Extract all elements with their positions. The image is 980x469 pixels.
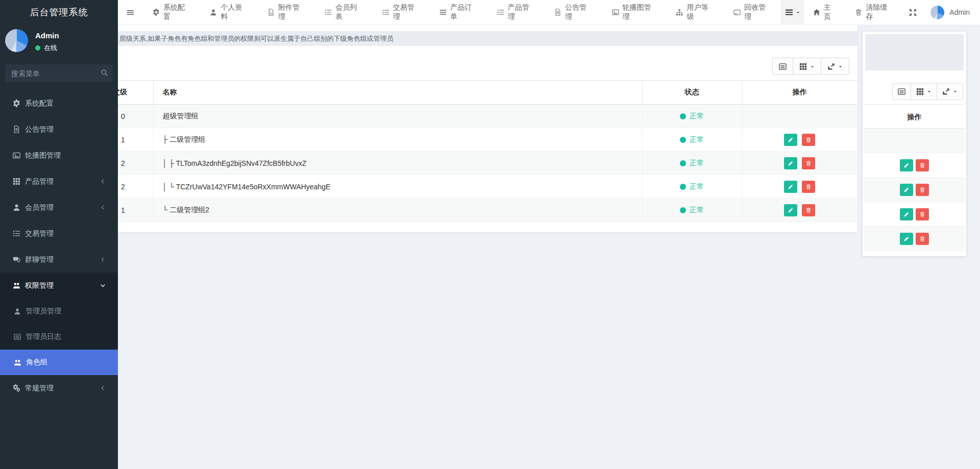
tab-profile[interactable]: 个人资料 bbox=[200, 0, 257, 25]
sidebar-item-permissions[interactable]: 权限管理 bbox=[0, 273, 118, 299]
tabs-dropdown-button[interactable] bbox=[781, 0, 804, 25]
column-header-parent[interactable]: 父级 bbox=[118, 81, 153, 105]
tab-carousel[interactable]: 轮播图管理 bbox=[602, 0, 667, 25]
column-header-ops[interactable]: 操作 bbox=[742, 81, 857, 105]
gear-icon bbox=[153, 9, 160, 16]
tab-transactions[interactable]: 交易管理 bbox=[373, 0, 430, 25]
delete-button[interactable] bbox=[916, 233, 929, 245]
card-icon bbox=[733, 9, 741, 16]
user-icon bbox=[13, 204, 20, 211]
status-badge: 正常 bbox=[680, 182, 704, 191]
pencil-icon bbox=[903, 236, 910, 242]
tab-user-levels[interactable]: 用户等级 bbox=[666, 0, 723, 25]
edit-button[interactable] bbox=[784, 181, 797, 193]
user-status: 在线 bbox=[44, 43, 57, 53]
tab-recycle[interactable]: 回收管理 bbox=[724, 0, 781, 25]
sidebar-item-group-chat[interactable]: 群聊管理 bbox=[0, 246, 118, 273]
edit-button[interactable] bbox=[900, 233, 913, 245]
fullscreen-button[interactable] bbox=[901, 0, 924, 25]
columns-button[interactable] bbox=[911, 83, 937, 100]
panel-row bbox=[864, 178, 965, 202]
file-text-icon bbox=[554, 9, 561, 16]
columns-button[interactable] bbox=[793, 58, 821, 75]
topbar-right: 主页 清除缓存 Admin bbox=[781, 0, 980, 25]
edit-button[interactable] bbox=[900, 184, 913, 196]
delete-button[interactable] bbox=[916, 184, 929, 196]
edit-button[interactable] bbox=[784, 157, 797, 169]
edit-button[interactable] bbox=[900, 208, 913, 220]
sidebar-item-transactions[interactable]: 交易管理 bbox=[0, 220, 118, 246]
expand-icon bbox=[909, 9, 917, 16]
top-navbar: 系统配置 个人资料 附件管理 会员列表 交易管理 产品订单 产品管理 公告管理 … bbox=[118, 0, 980, 25]
status-badge: 正常 bbox=[680, 112, 704, 121]
bars-icon bbox=[785, 8, 793, 16]
chevron-left-icon bbox=[100, 385, 106, 391]
delete-button[interactable] bbox=[916, 208, 929, 220]
caret-down-icon bbox=[927, 89, 932, 94]
status-dot-icon bbox=[680, 137, 686, 143]
sidebar-item-role-group[interactable]: 角色组 bbox=[0, 350, 118, 375]
home-link[interactable]: 主页 bbox=[804, 0, 846, 25]
columns-grid-icon bbox=[799, 63, 807, 70]
file-image-icon bbox=[267, 9, 275, 16]
sidebar-item-admin-log[interactable]: 管理员日志 bbox=[0, 324, 118, 350]
tab-products[interactable]: 产品管理 bbox=[487, 0, 545, 25]
clear-cache-button[interactable]: 清除缓存 bbox=[846, 0, 901, 25]
table-row: 2 │ └ TCZrUwVa142YFM14e5oRxXmmWWAHyeahgE… bbox=[118, 175, 857, 199]
sidebar-item-general[interactable]: 常规管理 bbox=[0, 375, 118, 401]
tab-system-config[interactable]: 系统配置 bbox=[143, 0, 200, 25]
username-label: Admin bbox=[949, 8, 970, 16]
user-icon bbox=[14, 308, 21, 315]
panel-ops-header: 操作 bbox=[864, 104, 965, 129]
pencil-icon bbox=[903, 162, 910, 168]
trash-icon bbox=[919, 162, 925, 168]
sidebar-item-carousel[interactable]: 轮播图管理 bbox=[0, 142, 118, 168]
toggle-view-button[interactable] bbox=[892, 83, 911, 100]
cogs-icon bbox=[13, 384, 20, 392]
trash-icon bbox=[805, 184, 812, 190]
toggle-view-button[interactable] bbox=[772, 58, 793, 75]
table-container: 父级 名称 状态 操作 0 超级管理组 正常 1 ├ 二级管理组 正常 bbox=[118, 80, 857, 232]
delete-button[interactable] bbox=[802, 181, 815, 193]
chevron-left-icon bbox=[100, 179, 106, 184]
export-button[interactable] bbox=[937, 83, 963, 100]
delete-button[interactable] bbox=[802, 204, 815, 216]
pencil-icon bbox=[788, 160, 794, 166]
sidebar-item-products[interactable]: 产品管理 bbox=[0, 168, 118, 194]
tab-product-orders[interactable]: 产品订单 bbox=[430, 0, 487, 25]
edit-button[interactable] bbox=[784, 134, 797, 146]
grid-icon bbox=[13, 178, 20, 185]
caret-down-icon bbox=[838, 64, 843, 69]
trash-icon bbox=[919, 211, 925, 217]
users-icon bbox=[13, 282, 20, 289]
caret-down-icon bbox=[810, 64, 815, 69]
avatar bbox=[5, 29, 28, 52]
status-badge: 正常 bbox=[680, 159, 704, 168]
delete-button[interactable] bbox=[802, 134, 815, 146]
menu-search-input[interactable] bbox=[5, 64, 113, 82]
fixed-ops-panel: 操作 bbox=[863, 32, 966, 256]
edit-button[interactable] bbox=[900, 159, 913, 171]
delete-button[interactable] bbox=[916, 159, 929, 171]
export-button[interactable] bbox=[821, 58, 849, 75]
column-header-name[interactable]: 名称 bbox=[153, 81, 642, 105]
sidebar-item-members[interactable]: 会员管理 bbox=[0, 194, 118, 220]
sidebar-item-announcements[interactable]: 公告管理 bbox=[0, 116, 118, 142]
list-icon bbox=[325, 9, 332, 16]
sidebar-item-admin-manage[interactable]: 管理员管理 bbox=[0, 299, 118, 324]
trash-icon bbox=[919, 236, 925, 242]
columns-grid-icon bbox=[916, 88, 924, 95]
user-menu[interactable]: Admin bbox=[924, 0, 980, 25]
sidebar-toggle-button[interactable] bbox=[118, 0, 143, 25]
column-header-status[interactable]: 状态 bbox=[642, 81, 742, 105]
tab-member-list[interactable]: 会员列表 bbox=[315, 0, 372, 25]
panel-toolbar bbox=[892, 83, 963, 100]
trash-icon bbox=[805, 207, 812, 213]
tab-announcements[interactable]: 公告管理 bbox=[545, 0, 602, 25]
delete-button[interactable] bbox=[802, 157, 815, 169]
sidebar-item-system-config[interactable]: 系统配置 bbox=[0, 90, 118, 116]
table-row: 0 超级管理组 正常 bbox=[118, 105, 857, 128]
list-icon bbox=[13, 230, 20, 237]
edit-button[interactable] bbox=[784, 204, 797, 216]
tab-attachments[interactable]: 附件管理 bbox=[258, 0, 315, 25]
